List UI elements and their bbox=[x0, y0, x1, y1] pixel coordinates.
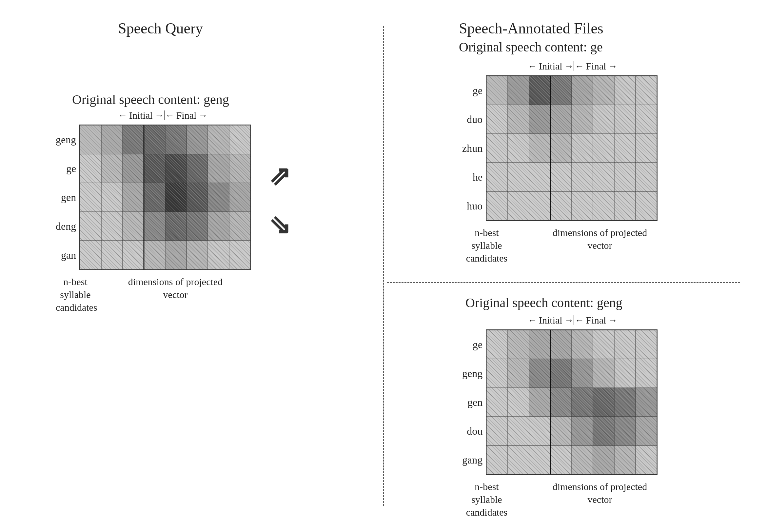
rb-syl-0: ge bbox=[462, 330, 482, 359]
right-bottom-matrix-area: ge geng gen dou gang bbox=[462, 329, 658, 475]
left-syl-4: gan bbox=[56, 241, 76, 269]
right-bottom-heatmap bbox=[486, 329, 658, 475]
right-bottom-below-labels: n-best syllablecandidates dimensions of … bbox=[462, 480, 692, 519]
right-top-final-arrow: ← Final → bbox=[575, 61, 618, 72]
page-container: Speech Query Original speech content: ge… bbox=[0, 0, 766, 532]
left-syl-0: geng bbox=[56, 125, 76, 154]
left-final-arrow: ← Final → bbox=[165, 110, 208, 121]
axis-tick bbox=[164, 110, 165, 120]
left-syl-3: deng bbox=[56, 212, 76, 241]
left-heatmap bbox=[79, 125, 251, 270]
vertical-divider bbox=[383, 26, 384, 506]
rt-syl-0: ge bbox=[462, 76, 482, 105]
rb-syl-2: gen bbox=[462, 388, 482, 417]
horizontal-divider bbox=[387, 282, 740, 283]
left-syl-1: ge bbox=[56, 154, 76, 183]
right-top-initial-arrow: ← Initial → bbox=[528, 61, 574, 72]
rt-syl-1: duo bbox=[462, 105, 482, 134]
right-top-axis-row: ← Initial → ← Final → bbox=[528, 61, 617, 72]
right-top-subtitle: Original speech content: ge bbox=[459, 39, 603, 55]
rt-syl-4: huo bbox=[462, 191, 482, 220]
rt-nbest-label: n-best syllablecandidates bbox=[462, 226, 511, 265]
left-initial-arrow: ← Initial → bbox=[118, 110, 164, 121]
rb-syl-3: dou bbox=[462, 417, 482, 445]
right-top-title: Speech-Annotated Files bbox=[459, 20, 603, 37]
right-bottom-axis-row: ← Initial → ← Final → bbox=[528, 315, 617, 326]
arrow-top: ⇗ bbox=[269, 161, 291, 191]
rb-syl-1: geng bbox=[462, 359, 482, 388]
left-nbest-label: n-best syllablecandidates bbox=[56, 275, 95, 314]
right-bottom-initial-arrow: ← Initial → bbox=[528, 315, 574, 326]
rt-syl-2: zhun bbox=[462, 134, 482, 163]
right-top-axis-tick bbox=[574, 61, 574, 71]
rt-syl-3: he bbox=[462, 163, 482, 191]
right-bottom-final-arrow: ← Final → bbox=[575, 315, 618, 326]
left-below-labels: n-best syllablecandidates dimensions of … bbox=[56, 275, 252, 314]
left-syl-2: gen bbox=[56, 183, 76, 212]
left-matrix-area: geng ge gen deng gan bbox=[56, 125, 251, 270]
rt-dim-label: dimensions of projectedvector bbox=[515, 226, 685, 265]
left-axis-row: ← Initial → ← Final → bbox=[118, 110, 207, 121]
right-top-matrix-area: ge duo zhun he huo bbox=[462, 75, 658, 221]
right-top-below-labels: n-best syllablecandidates dimensions of … bbox=[462, 226, 692, 265]
right-bottom-axis-tick bbox=[574, 315, 574, 325]
left-subtitle: Original speech content: geng bbox=[72, 92, 229, 107]
rb-dim-label: dimensions of projectedvector bbox=[515, 480, 685, 519]
right-top-heatmap bbox=[486, 75, 658, 221]
right-bottom-subtitle: Original speech content: geng bbox=[465, 295, 622, 310]
rb-nbest-label: n-best syllablecandidates bbox=[462, 480, 511, 519]
rb-syl-4: gang bbox=[462, 445, 482, 474]
right-top-syllable-labels: ge duo zhun he huo bbox=[462, 76, 482, 220]
right-bottom-syllable-labels: ge geng gen dou gang bbox=[462, 330, 482, 474]
left-dim-label: dimensions of projectedvector bbox=[98, 275, 252, 314]
speech-query-title: Speech Query bbox=[118, 20, 203, 37]
left-syllable-labels: geng ge gen deng gan bbox=[56, 125, 76, 269]
arrow-bottom: ⇘ bbox=[269, 210, 291, 240]
